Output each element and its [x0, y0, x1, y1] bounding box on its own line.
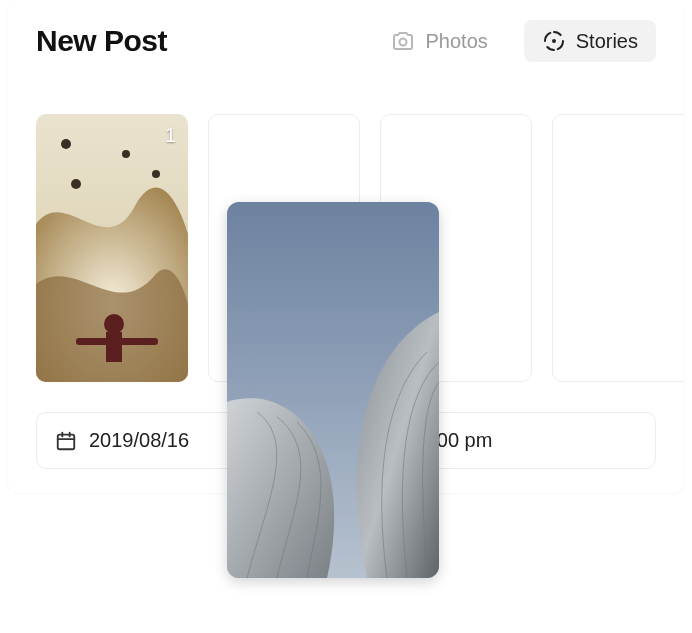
svg-point-0	[400, 39, 407, 46]
svg-rect-7	[106, 332, 122, 362]
tab-photos-label: Photos	[425, 30, 487, 53]
svg-point-10	[61, 139, 71, 149]
floating-drag-preview[interactable]	[227, 202, 439, 578]
tab-stories-label: Stories	[576, 30, 638, 53]
tab-photos[interactable]: Photos	[373, 20, 505, 62]
slot-order-badge: 1	[165, 124, 176, 147]
header: New Post Photos	[8, 0, 684, 74]
preview-image	[227, 202, 439, 578]
tabs-group: Photos Stories	[373, 20, 656, 62]
calendar-icon	[55, 430, 77, 452]
page-title: New Post	[36, 24, 167, 58]
svg-point-6	[104, 314, 124, 334]
svg-point-5	[152, 170, 160, 178]
story-slot-1[interactable]: 1	[36, 114, 188, 382]
svg-rect-8	[76, 338, 110, 345]
story-slot-4[interactable]	[552, 114, 684, 382]
stories-icon	[542, 29, 566, 53]
camera-icon	[391, 29, 415, 53]
svg-point-1	[552, 39, 556, 43]
date-value: 2019/08/16	[89, 429, 189, 452]
svg-point-4	[71, 179, 81, 189]
svg-rect-11	[58, 434, 75, 449]
svg-point-3	[122, 150, 130, 158]
svg-rect-9	[120, 338, 158, 345]
slot-thumbnail	[36, 114, 188, 382]
tab-stories[interactable]: Stories	[524, 20, 656, 62]
